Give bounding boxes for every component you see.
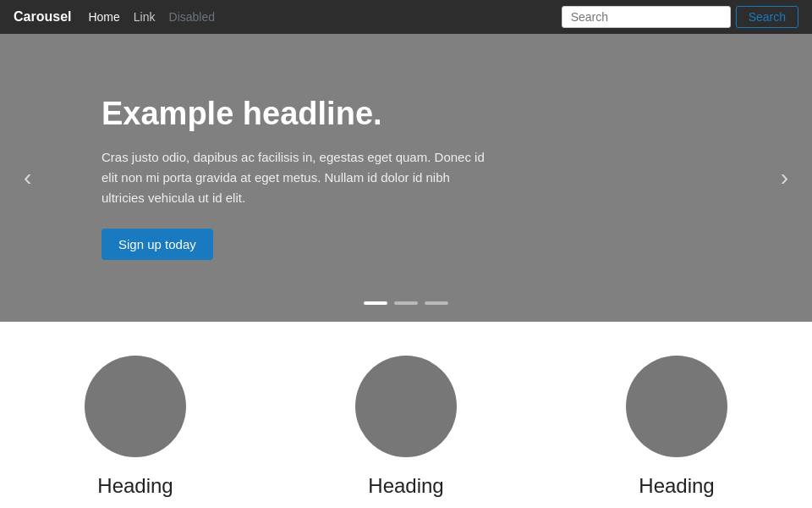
feature-image-0 — [85, 356, 186, 457]
carousel-content: Example headline. Cras justo odio, dapib… — [0, 96, 592, 260]
navbar: Carousel Home Link Disabled Search — [0, 0, 812, 34]
feature-col-2: Heading Donec sed odio dui. Cras justo o… — [558, 356, 795, 508]
nav-link-home[interactable]: Home — [88, 10, 119, 24]
feature-image-2 — [626, 356, 727, 457]
nav-link-link[interactable]: Link — [134, 10, 156, 24]
feature-heading-2: Heading — [558, 474, 795, 498]
feature-col-1: Heading Duis mollis, est non commodo luc… — [288, 356, 524, 508]
carousel-indicator-2[interactable] — [425, 301, 448, 305]
navbar-search: Search — [562, 6, 798, 28]
carousel: ‹ Example headline. Cras justo odio, dap… — [0, 34, 812, 322]
search-input[interactable] — [562, 6, 731, 28]
carousel-title: Example headline. — [102, 96, 491, 132]
nav-link-disabled: Disabled — [169, 10, 215, 24]
carousel-indicator-1[interactable] — [394, 301, 418, 305]
search-button[interactable]: Search — [736, 6, 798, 28]
feature-col-0: Heading Donec sed odio dui. Etiam porta … — [17, 356, 254, 508]
carousel-indicators — [364, 301, 448, 305]
feature-heading-1: Heading — [288, 474, 524, 498]
carousel-prev-button[interactable]: ‹ — [10, 157, 45, 198]
feature-image-1 — [355, 356, 457, 457]
feature-heading-0: Heading — [17, 474, 254, 498]
carousel-cta-button[interactable]: Sign up today — [102, 229, 213, 260]
nav-links: Home Link Disabled — [88, 10, 561, 24]
carousel-indicator-0[interactable] — [364, 301, 387, 305]
features-section: Heading Donec sed odio dui. Etiam porta … — [0, 322, 812, 508]
carousel-next-button[interactable]: › — [767, 157, 802, 198]
carousel-text: Cras justo odio, dapibus ac facilisis in… — [102, 147, 491, 208]
navbar-brand[interactable]: Carousel — [14, 9, 71, 25]
